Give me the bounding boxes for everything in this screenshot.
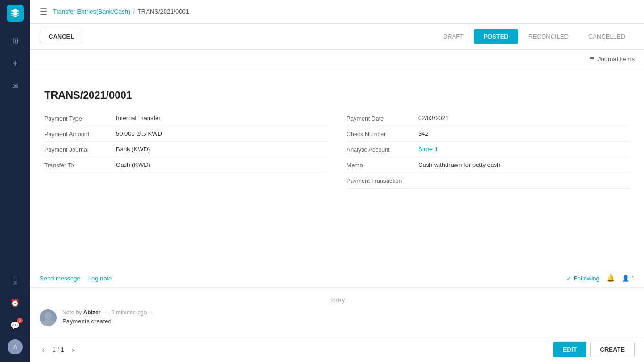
create-button[interactable]: CREATE bbox=[590, 342, 635, 357]
message-time: - bbox=[105, 309, 107, 316]
person-icon: 👤 bbox=[622, 275, 629, 282]
payment-journal-label: Payment Journal bbox=[44, 146, 110, 153]
form-right-column: Payment Date 02/03/2021 Check Number 342… bbox=[347, 111, 630, 189]
message-timestamp: 2 minutes ago bbox=[111, 309, 147, 316]
svg-point-1 bbox=[41, 320, 55, 326]
next-page-button[interactable]: › bbox=[69, 345, 77, 354]
message-item: Note by Abizer - 2 minutes ago ☆ Payment… bbox=[40, 309, 635, 326]
payment-transaction-label: Payment Transaction bbox=[347, 177, 413, 184]
memo-label: Memo bbox=[347, 161, 413, 169]
chatter: Send message Log note ✓ Following 🔔 👤 1 … bbox=[30, 269, 644, 337]
journal-items-icon: ≡ bbox=[590, 55, 594, 63]
memo-value: Cash withdrawn for petty cash bbox=[418, 161, 500, 168]
date-divider: Today bbox=[40, 297, 635, 304]
payment-amount-label: Payment Amount bbox=[44, 130, 110, 138]
payment-type-label: Payment Type bbox=[44, 115, 110, 122]
clock-icon[interactable]: ⏰ bbox=[6, 293, 25, 312]
message-meta: Note by Abizer - 2 minutes ago ☆ bbox=[62, 309, 154, 316]
svg-point-0 bbox=[44, 312, 52, 320]
pagination: ‹ 1 / 1 › bbox=[40, 345, 77, 354]
journal-items-bar: ‹ ≡ Journal Items bbox=[30, 50, 644, 68]
chatter-right: ✓ Following 🔔 👤 1 bbox=[566, 274, 635, 282]
breadcrumb: Transfer Entries(Bank/Cash) / TRANS/2021… bbox=[53, 8, 189, 15]
journal-items-button[interactable]: ≡ Journal Items bbox=[590, 55, 635, 63]
app-logo[interactable] bbox=[7, 5, 24, 22]
status-reconciled[interactable]: RECONCILED bbox=[519, 29, 578, 44]
status-cancelled[interactable]: CANCELLED bbox=[579, 29, 635, 44]
journal-items-label: Journal Items bbox=[598, 56, 635, 63]
check-number-label: Check Number bbox=[347, 130, 413, 138]
analytic-account-field: Analytic Account Store 1 bbox=[347, 142, 630, 157]
cancel-button[interactable]: CANCEL bbox=[40, 30, 83, 43]
followers-count[interactable]: 👤 1 bbox=[622, 275, 635, 282]
following-button[interactable]: ✓ Following bbox=[566, 275, 600, 282]
payment-journal-value: Bank (KWD) bbox=[116, 146, 150, 153]
plus-icon[interactable]: + bbox=[6, 54, 25, 73]
record-title: TRANS/2021/0001 bbox=[44, 89, 630, 101]
send-message-button[interactable]: Send message bbox=[40, 275, 81, 282]
breadcrumb-current: TRANS/2021/0001 bbox=[138, 8, 189, 15]
status-draft[interactable]: DRAFT bbox=[434, 29, 473, 44]
memo-field: Memo Cash withdrawn for petty cash bbox=[347, 157, 630, 173]
payment-type-value: Internal Transfer bbox=[116, 115, 161, 122]
payment-date-label: Payment Date bbox=[347, 115, 413, 122]
toolbar-left: CANCEL bbox=[40, 30, 83, 43]
status-posted[interactable]: POSTED bbox=[474, 29, 518, 44]
transfer-to-value: Cash (KWD) bbox=[116, 161, 150, 168]
payment-journal-field: Payment Journal Bank (KWD) bbox=[44, 142, 328, 157]
main-content: TRANS/2021/0001 Payment Type Internal Tr… bbox=[30, 68, 644, 269]
prev-page-button[interactable]: ‹ bbox=[40, 345, 48, 354]
transfer-to-field: Transfer To Cash (KWD) bbox=[44, 157, 328, 173]
check-number-value: 342 bbox=[418, 130, 429, 137]
payment-amount-field: Payment Amount 50.000 د.ك KWD bbox=[44, 126, 328, 142]
message-author: Abizer bbox=[83, 309, 101, 316]
pagination-text: 1 / 1 bbox=[52, 346, 64, 353]
mail-icon[interactable]: ✉ bbox=[6, 76, 25, 95]
grid-icon[interactable]: ⊞ bbox=[6, 31, 25, 50]
topbar: ☰ Transfer Entries(Bank/Cash) / TRANS/20… bbox=[30, 0, 644, 24]
message-avatar bbox=[40, 309, 57, 326]
check-number-field: Check Number 342 bbox=[347, 126, 630, 142]
following-label: Following bbox=[574, 275, 600, 282]
status-bar: DRAFT POSTED RECONCILED CANCELLED bbox=[434, 29, 635, 44]
footer-buttons: EDIT CREATE bbox=[553, 342, 635, 357]
payment-amount-value: 50.000 د.ك KWD bbox=[116, 130, 162, 137]
chatter-actions: Send message Log note bbox=[40, 275, 112, 282]
chat-icon[interactable]: 💬 2 bbox=[6, 316, 25, 335]
payment-transaction-field: Payment Transaction bbox=[347, 173, 630, 189]
edit-button[interactable]: EDIT bbox=[553, 342, 586, 357]
analytic-account-value[interactable]: Store 1 bbox=[418, 146, 438, 153]
footer: ‹ 1 / 1 › EDIT CREATE bbox=[30, 337, 644, 362]
analytic-account-label: Analytic Account bbox=[347, 146, 413, 153]
log-note-button[interactable]: Log note bbox=[88, 275, 112, 282]
message-body: Note by Abizer - 2 minutes ago ☆ Payment… bbox=[62, 309, 154, 326]
breadcrumb-link[interactable]: Transfer Entries(Bank/Cash) bbox=[53, 8, 130, 15]
message-star-icon[interactable]: ☆ bbox=[149, 309, 154, 316]
form-section: Payment Type Internal Transfer Payment A… bbox=[44, 111, 630, 189]
message-text: Payments created bbox=[62, 318, 154, 325]
breadcrumb-separator: / bbox=[133, 8, 135, 15]
sidebar: ⊞ + ✉ —% ⏰ 💬 2 A bbox=[0, 0, 30, 362]
toolbar: CANCEL DRAFT POSTED RECONCILED CANCELLED bbox=[30, 24, 644, 50]
payment-type-field: Payment Type Internal Transfer bbox=[44, 111, 328, 126]
message-note-prefix: Note by bbox=[62, 309, 83, 316]
dash-icon[interactable]: —% bbox=[6, 271, 25, 289]
messages-area: Today Note by Abizer - 2 minutes ago ☆ P… bbox=[30, 288, 644, 337]
payment-date-value: 02/03/2021 bbox=[418, 115, 449, 122]
chatter-toolbar: Send message Log note ✓ Following 🔔 👤 1 bbox=[30, 269, 644, 288]
bell-icon[interactable]: 🔔 bbox=[606, 274, 615, 282]
payment-date-field: Payment Date 02/03/2021 bbox=[347, 111, 630, 126]
hamburger-icon[interactable]: ☰ bbox=[40, 7, 47, 17]
checkmark-icon: ✓ bbox=[566, 275, 571, 282]
transfer-to-label: Transfer To bbox=[44, 161, 110, 169]
form-left-column: Payment Type Internal Transfer Payment A… bbox=[44, 111, 328, 189]
user-avatar[interactable]: A bbox=[8, 339, 23, 354]
followers-number: 1 bbox=[631, 275, 635, 282]
